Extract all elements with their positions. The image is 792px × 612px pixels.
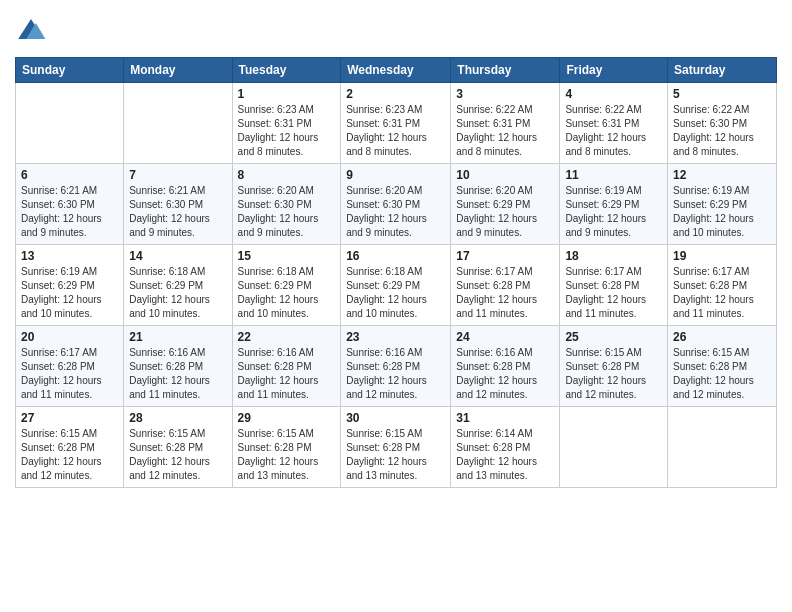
day-info: Sunrise: 6:22 AM Sunset: 6:31 PM Dayligh… <box>456 103 554 159</box>
day-number: 3 <box>456 87 554 101</box>
calendar-cell: 4Sunrise: 6:22 AM Sunset: 6:31 PM Daylig… <box>560 83 668 164</box>
calendar-cell: 21Sunrise: 6:16 AM Sunset: 6:28 PM Dayli… <box>124 326 232 407</box>
calendar-cell: 5Sunrise: 6:22 AM Sunset: 6:30 PM Daylig… <box>668 83 777 164</box>
calendar-cell <box>124 83 232 164</box>
calendar-cell: 20Sunrise: 6:17 AM Sunset: 6:28 PM Dayli… <box>16 326 124 407</box>
day-number: 14 <box>129 249 226 263</box>
day-info: Sunrise: 6:21 AM Sunset: 6:30 PM Dayligh… <box>129 184 226 240</box>
day-info: Sunrise: 6:20 AM Sunset: 6:29 PM Dayligh… <box>456 184 554 240</box>
day-number: 21 <box>129 330 226 344</box>
calendar-cell: 28Sunrise: 6:15 AM Sunset: 6:28 PM Dayli… <box>124 407 232 488</box>
weekday-header-saturday: Saturday <box>668 58 777 83</box>
day-info: Sunrise: 6:18 AM Sunset: 6:29 PM Dayligh… <box>346 265 445 321</box>
day-info: Sunrise: 6:17 AM Sunset: 6:28 PM Dayligh… <box>565 265 662 321</box>
calendar-cell: 16Sunrise: 6:18 AM Sunset: 6:29 PM Dayli… <box>341 245 451 326</box>
day-number: 7 <box>129 168 226 182</box>
calendar-cell: 10Sunrise: 6:20 AM Sunset: 6:29 PM Dayli… <box>451 164 560 245</box>
day-info: Sunrise: 6:16 AM Sunset: 6:28 PM Dayligh… <box>456 346 554 402</box>
calendar-cell: 14Sunrise: 6:18 AM Sunset: 6:29 PM Dayli… <box>124 245 232 326</box>
weekday-header-tuesday: Tuesday <box>232 58 341 83</box>
day-number: 20 <box>21 330 118 344</box>
calendar-cell: 6Sunrise: 6:21 AM Sunset: 6:30 PM Daylig… <box>16 164 124 245</box>
weekday-header-friday: Friday <box>560 58 668 83</box>
calendar-cell: 27Sunrise: 6:15 AM Sunset: 6:28 PM Dayli… <box>16 407 124 488</box>
calendar-cell: 18Sunrise: 6:17 AM Sunset: 6:28 PM Dayli… <box>560 245 668 326</box>
calendar-cell <box>668 407 777 488</box>
calendar-cell: 7Sunrise: 6:21 AM Sunset: 6:30 PM Daylig… <box>124 164 232 245</box>
calendar-cell: 22Sunrise: 6:16 AM Sunset: 6:28 PM Dayli… <box>232 326 341 407</box>
day-info: Sunrise: 6:21 AM Sunset: 6:30 PM Dayligh… <box>21 184 118 240</box>
calendar-cell: 2Sunrise: 6:23 AM Sunset: 6:31 PM Daylig… <box>341 83 451 164</box>
day-info: Sunrise: 6:15 AM Sunset: 6:28 PM Dayligh… <box>21 427 118 483</box>
day-info: Sunrise: 6:19 AM Sunset: 6:29 PM Dayligh… <box>21 265 118 321</box>
day-number: 19 <box>673 249 771 263</box>
day-number: 28 <box>129 411 226 425</box>
weekday-header-wednesday: Wednesday <box>341 58 451 83</box>
day-number: 9 <box>346 168 445 182</box>
week-row-2: 6Sunrise: 6:21 AM Sunset: 6:30 PM Daylig… <box>16 164 777 245</box>
day-info: Sunrise: 6:15 AM Sunset: 6:28 PM Dayligh… <box>129 427 226 483</box>
calendar-cell: 13Sunrise: 6:19 AM Sunset: 6:29 PM Dayli… <box>16 245 124 326</box>
week-row-5: 27Sunrise: 6:15 AM Sunset: 6:28 PM Dayli… <box>16 407 777 488</box>
calendar-cell: 26Sunrise: 6:15 AM Sunset: 6:28 PM Dayli… <box>668 326 777 407</box>
calendar-cell: 25Sunrise: 6:15 AM Sunset: 6:28 PM Dayli… <box>560 326 668 407</box>
week-row-4: 20Sunrise: 6:17 AM Sunset: 6:28 PM Dayli… <box>16 326 777 407</box>
calendar-cell: 3Sunrise: 6:22 AM Sunset: 6:31 PM Daylig… <box>451 83 560 164</box>
day-info: Sunrise: 6:19 AM Sunset: 6:29 PM Dayligh… <box>673 184 771 240</box>
day-number: 27 <box>21 411 118 425</box>
day-info: Sunrise: 6:22 AM Sunset: 6:31 PM Dayligh… <box>565 103 662 159</box>
day-info: Sunrise: 6:17 AM Sunset: 6:28 PM Dayligh… <box>673 265 771 321</box>
calendar-cell: 8Sunrise: 6:20 AM Sunset: 6:30 PM Daylig… <box>232 164 341 245</box>
day-info: Sunrise: 6:15 AM Sunset: 6:28 PM Dayligh… <box>565 346 662 402</box>
day-number: 30 <box>346 411 445 425</box>
day-info: Sunrise: 6:16 AM Sunset: 6:28 PM Dayligh… <box>346 346 445 402</box>
day-info: Sunrise: 6:23 AM Sunset: 6:31 PM Dayligh… <box>346 103 445 159</box>
day-number: 13 <box>21 249 118 263</box>
calendar-cell: 12Sunrise: 6:19 AM Sunset: 6:29 PM Dayli… <box>668 164 777 245</box>
day-number: 25 <box>565 330 662 344</box>
calendar-cell <box>560 407 668 488</box>
day-number: 5 <box>673 87 771 101</box>
day-info: Sunrise: 6:23 AM Sunset: 6:31 PM Dayligh… <box>238 103 336 159</box>
day-info: Sunrise: 6:22 AM Sunset: 6:30 PM Dayligh… <box>673 103 771 159</box>
day-number: 12 <box>673 168 771 182</box>
weekday-header-monday: Monday <box>124 58 232 83</box>
day-number: 17 <box>456 249 554 263</box>
week-row-1: 1Sunrise: 6:23 AM Sunset: 6:31 PM Daylig… <box>16 83 777 164</box>
day-number: 22 <box>238 330 336 344</box>
logo-icon <box>15 15 47 47</box>
day-info: Sunrise: 6:16 AM Sunset: 6:28 PM Dayligh… <box>129 346 226 402</box>
day-info: Sunrise: 6:15 AM Sunset: 6:28 PM Dayligh… <box>238 427 336 483</box>
day-info: Sunrise: 6:18 AM Sunset: 6:29 PM Dayligh… <box>129 265 226 321</box>
day-number: 31 <box>456 411 554 425</box>
day-number: 1 <box>238 87 336 101</box>
calendar-cell: 9Sunrise: 6:20 AM Sunset: 6:30 PM Daylig… <box>341 164 451 245</box>
day-number: 23 <box>346 330 445 344</box>
day-number: 4 <box>565 87 662 101</box>
day-info: Sunrise: 6:17 AM Sunset: 6:28 PM Dayligh… <box>456 265 554 321</box>
day-info: Sunrise: 6:20 AM Sunset: 6:30 PM Dayligh… <box>238 184 336 240</box>
calendar-cell: 24Sunrise: 6:16 AM Sunset: 6:28 PM Dayli… <box>451 326 560 407</box>
day-info: Sunrise: 6:19 AM Sunset: 6:29 PM Dayligh… <box>565 184 662 240</box>
calendar-cell <box>16 83 124 164</box>
calendar-cell: 23Sunrise: 6:16 AM Sunset: 6:28 PM Dayli… <box>341 326 451 407</box>
day-number: 6 <box>21 168 118 182</box>
day-number: 10 <box>456 168 554 182</box>
day-number: 16 <box>346 249 445 263</box>
page: SundayMondayTuesdayWednesdayThursdayFrid… <box>0 0 792 612</box>
day-number: 15 <box>238 249 336 263</box>
day-number: 8 <box>238 168 336 182</box>
day-number: 26 <box>673 330 771 344</box>
week-row-3: 13Sunrise: 6:19 AM Sunset: 6:29 PM Dayli… <box>16 245 777 326</box>
header <box>15 15 777 47</box>
calendar-cell: 31Sunrise: 6:14 AM Sunset: 6:28 PM Dayli… <box>451 407 560 488</box>
calendar-cell: 15Sunrise: 6:18 AM Sunset: 6:29 PM Dayli… <box>232 245 341 326</box>
day-info: Sunrise: 6:14 AM Sunset: 6:28 PM Dayligh… <box>456 427 554 483</box>
weekday-header-sunday: Sunday <box>16 58 124 83</box>
weekday-header-row: SundayMondayTuesdayWednesdayThursdayFrid… <box>16 58 777 83</box>
calendar-cell: 1Sunrise: 6:23 AM Sunset: 6:31 PM Daylig… <box>232 83 341 164</box>
day-info: Sunrise: 6:18 AM Sunset: 6:29 PM Dayligh… <box>238 265 336 321</box>
day-number: 11 <box>565 168 662 182</box>
day-number: 18 <box>565 249 662 263</box>
day-number: 2 <box>346 87 445 101</box>
